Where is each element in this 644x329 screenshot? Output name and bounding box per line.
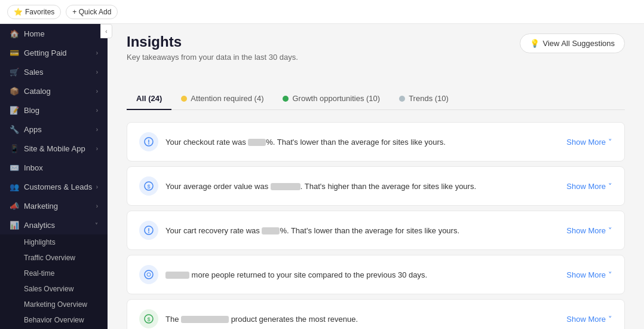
lightbulb-icon: 💡 [530, 39, 539, 48]
apps-icon: 🔧 [10, 124, 19, 134]
sidebar-item-label: Catalog [24, 87, 51, 96]
favorites-button[interactable]: ⭐ Favorites [7, 5, 61, 19]
insight-icon-checkout [139, 132, 158, 151]
sidebar-item-blog[interactable]: 📝 Blog › [0, 100, 108, 120]
sidebar-item-customers[interactable]: 👥 Customers & Leads › [0, 177, 108, 196]
submenu-item-sales-overview[interactable]: Sales Overview [0, 281, 108, 297]
tab-all-label: All (24) [136, 94, 162, 103]
tab-trends-label: Trends (10) [409, 94, 449, 103]
view-all-suggestions-button[interactable]: 💡 View All Suggestions [520, 33, 625, 53]
show-more-avg-order[interactable]: Show More ˅ [566, 182, 612, 191]
submenu-item-traffic-overview[interactable]: Traffic Overview [0, 250, 108, 266]
marketing-icon: 📣 [10, 201, 19, 211]
chevron-right-icon: › [96, 107, 98, 114]
tab-growth-label: Growth opportunities (10) [292, 94, 380, 103]
sidebar: 🏠 Home 💳 Getting Paid › 🛒 Sales › 📦 Cata… [0, 0, 108, 329]
tab-trends[interactable]: Trends (10) [390, 88, 458, 110]
show-more-cart-recovery[interactable]: Show More ˅ [566, 226, 612, 235]
submenu-item-real-time[interactable]: Real-time [0, 266, 108, 281]
chevron-down-icon: ˅ [608, 138, 612, 147]
insight-text-revenue: The product generates the most revenue. [165, 315, 358, 324]
sidebar-item-label: Apps [24, 125, 42, 134]
sidebar-item-label: Marketing [24, 202, 58, 211]
blurred-value [248, 139, 266, 146]
insight-card-left: Your checkout rate was %. That's lower t… [139, 132, 446, 151]
sidebar-item-label: Site & Mobile App [24, 144, 85, 153]
inbox-icon: ✉️ [10, 163, 19, 172]
sidebar-item-getting-paid[interactable]: 💳 Getting Paid › [0, 43, 108, 62]
catalog-icon: 📦 [10, 86, 19, 96]
insight-icon-cart-recovery [139, 221, 158, 240]
sidebar-item-catalog[interactable]: 📦 Catalog › [0, 81, 108, 100]
quick-add-button[interactable]: + Quick Add [66, 5, 118, 19]
sidebar-item-site-mobile[interactable]: 📱 Site & Mobile App › [0, 139, 108, 158]
sidebar-item-label: Home [24, 29, 45, 38]
sidebar-item-marketing[interactable]: 📣 Marketing › [0, 196, 108, 215]
insight-card-avg-order: $ Your average order value was . That's … [127, 166, 625, 206]
tab-growth[interactable]: Growth opportunities (10) [273, 88, 390, 110]
insight-text-cart-recovery: Your cart recovery rate was %. That's lo… [165, 226, 459, 235]
sales-icon: 🛒 [10, 67, 19, 77]
svg-point-5 [147, 273, 151, 276]
insight-text-checkout: Your checkout rate was %. That's lower t… [165, 138, 446, 147]
chevron-right-icon: › [96, 145, 98, 152]
show-more-returned[interactable]: Show More ˅ [566, 270, 612, 279]
page-title: Insights [127, 33, 298, 50]
insight-card-most-revenue: $ The product generates the most revenue… [127, 299, 625, 329]
page-header: Insights Key takeaways from your data in… [127, 33, 625, 76]
insight-icon-returned [139, 265, 158, 284]
sidebar-item-apps[interactable]: 🔧 Apps › [0, 120, 108, 139]
show-more-checkout[interactable]: Show More ˅ [566, 138, 612, 147]
insight-card-left: $ Your average order value was . That's … [139, 176, 476, 196]
tab-all[interactable]: All (24) [127, 88, 171, 110]
sidebar-item-label: Analytics [24, 221, 55, 230]
chevron-down-icon: ˅ [608, 315, 612, 324]
sidebar-item-home[interactable]: 🏠 Home [0, 24, 108, 43]
chevron-right-icon: › [96, 69, 98, 75]
show-more-label: Show More [566, 182, 606, 191]
customers-icon: 👥 [10, 182, 19, 191]
blurred-value [165, 272, 189, 279]
sidebar-item-label: Inbox [24, 163, 43, 172]
trends-dot [399, 96, 405, 102]
favorites-label: Favorites [25, 8, 54, 16]
chevron-right-icon: › [96, 88, 98, 95]
submenu-item-marketing-overview[interactable]: Marketing Overview [0, 297, 108, 312]
show-more-revenue[interactable]: Show More ˅ [566, 315, 612, 324]
blurred-value [181, 316, 229, 323]
insight-text-avg-order: Your average order value was . That's hi… [165, 182, 476, 191]
sidebar-item-sales[interactable]: 🛒 Sales › [0, 62, 108, 81]
topbar: ⭐ Favorites + Quick Add [0, 0, 644, 24]
sidebar-collapse-button[interactable]: ‹ [100, 24, 112, 38]
sidebar-item-label: Sales [24, 68, 44, 77]
getting-paid-icon: 💳 [10, 48, 19, 57]
sidebar-item-label: Customers & Leads [24, 182, 92, 191]
chevron-down-icon: ˅ [608, 226, 612, 235]
view-all-label: View All Suggestions [543, 39, 615, 48]
insight-icon-avg-order: $ [139, 176, 158, 196]
submenu-item-highlights[interactable]: Highlights [0, 234, 108, 250]
star-icon: ⭐ [14, 8, 23, 16]
chevron-down-icon: ˅ [608, 270, 612, 279]
chevron-down-icon: ˅ [608, 182, 612, 191]
sidebar-item-label: Blog [24, 106, 39, 115]
page-title-group: Insights Key takeaways from your data in… [127, 33, 298, 76]
insight-tabs: All (24) Attention required (4) Growth o… [127, 88, 625, 110]
svg-text:$: $ [147, 316, 150, 322]
quick-add-label: + Quick Add [72, 8, 111, 16]
analytics-submenu: Highlights Traffic Overview Real-time Sa… [0, 234, 108, 329]
tab-attention[interactable]: Attention required (4) [171, 88, 273, 110]
chevron-right-icon: › [96, 184, 98, 190]
insight-card-checkout-rate: Your checkout rate was %. That's lower t… [127, 122, 625, 162]
home-icon: 🏠 [10, 29, 19, 38]
svg-point-4 [145, 270, 153, 279]
main-content: Insights Key takeaways from your data in… [108, 0, 644, 329]
chevron-right-icon: › [96, 126, 98, 133]
show-more-label: Show More [566, 270, 606, 279]
svg-text:$: $ [147, 184, 150, 190]
blog-icon: 📝 [10, 105, 19, 115]
sidebar-item-inbox[interactable]: ✉️ Inbox [0, 158, 108, 177]
submenu-item-behavior-overview[interactable]: Behavior Overview [0, 312, 108, 328]
chevron-right-icon: › [96, 203, 98, 209]
sidebar-item-analytics[interactable]: 📊 Analytics ˅ [0, 215, 108, 234]
